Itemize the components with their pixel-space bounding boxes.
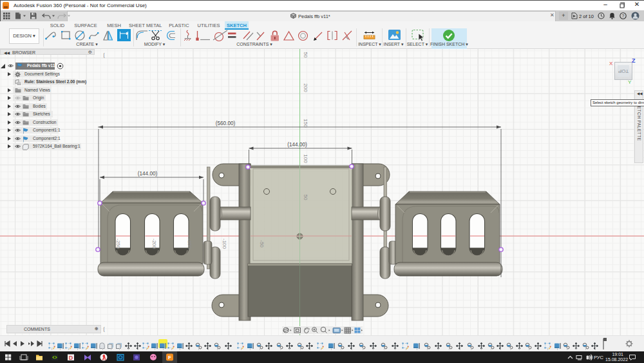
svg-text:(144.00): (144.00)	[138, 171, 158, 177]
svg-text:-200: -200	[151, 239, 157, 250]
svg-text:?: ?	[622, 14, 625, 18]
svg-text:-50: -50	[259, 240, 265, 248]
svg-text:(144.00): (144.00)	[287, 142, 307, 148]
svg-text:-250: -250	[115, 239, 121, 250]
svg-text:100: 100	[303, 154, 308, 163]
svg-text:200: 200	[303, 83, 308, 92]
svg-text:150: 150	[303, 119, 308, 128]
svg-text:D: D	[69, 355, 73, 361]
svg-text:-150: -150	[187, 239, 193, 250]
svg-text:50: 50	[303, 52, 308, 58]
svg-text:-100: -100	[222, 239, 227, 250]
svg-text:(560.00): (560.00)	[216, 121, 236, 126]
svg-text:F: F	[168, 355, 171, 360]
svg-text:50: 50	[303, 195, 308, 201]
